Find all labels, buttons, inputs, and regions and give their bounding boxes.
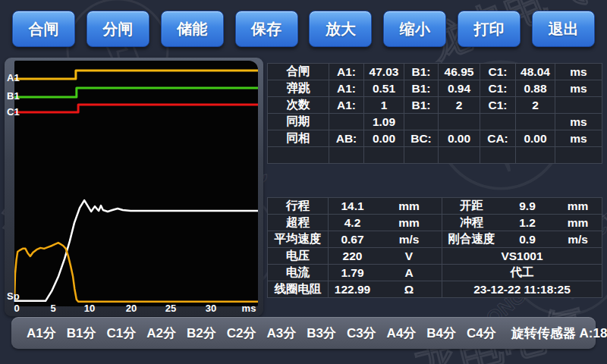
x-tick-label: 5 xyxy=(50,303,55,314)
signal-label-sp: Sp xyxy=(7,290,20,302)
timing-cell: B1: xyxy=(404,97,439,114)
timing-cell: 0.00 xyxy=(516,130,555,147)
measure-cell: Ω xyxy=(376,281,442,298)
measure-cell: 超程 xyxy=(268,215,329,231)
timing-cell xyxy=(439,147,480,164)
timing-cell: A1: xyxy=(329,80,364,97)
timing-cell: C1: xyxy=(480,80,516,97)
timing-cell: A1: xyxy=(329,64,364,80)
timing-cell xyxy=(555,97,602,114)
waveform-svg xyxy=(14,61,258,306)
waveform-plot[interactable] xyxy=(14,61,258,306)
timing-cell: B1: xyxy=(404,80,439,97)
exit-button[interactable]: 退出 xyxy=(532,11,595,47)
timing-cell: C1: xyxy=(480,64,516,80)
phase-open-button-B2[interactable]: B2分 xyxy=(187,325,216,342)
timing-cell xyxy=(555,147,602,164)
signal-label-b1: B1 xyxy=(7,90,20,102)
timing-cell xyxy=(480,147,516,164)
phase-open-button-C4[interactable]: C4分 xyxy=(467,325,496,342)
measure-cell: mm xyxy=(376,215,442,231)
timing-cell xyxy=(404,114,439,130)
phase-open-button-C2[interactable]: C2分 xyxy=(227,325,256,342)
close-button[interactable]: 合闸 xyxy=(12,11,75,47)
measure-cell: m/s xyxy=(376,231,442,248)
phase-buttons: A1分B1分C1分A2分B2分C2分A3分B3分C3分A4分B4分C4分 xyxy=(27,325,496,342)
x-tick-label: 20 xyxy=(126,303,137,314)
timing-cell: 同期 xyxy=(268,114,329,130)
signal-label-a1: A1 xyxy=(7,72,20,83)
x-tick-label: 0 xyxy=(14,303,19,314)
rotation-sensor-readout: 旋转传感器 A:188.4 xyxy=(511,325,607,342)
timing-cell: 48.04 xyxy=(516,64,555,80)
phase-open-button-C1[interactable]: C1分 xyxy=(106,325,136,342)
measure-cell: mm xyxy=(376,198,442,215)
timing-cell: C1: xyxy=(480,97,516,114)
save-button[interactable]: 保存 xyxy=(235,11,298,47)
timing-cell xyxy=(516,147,555,164)
timing-cell: A1: xyxy=(329,97,364,114)
timing-cell xyxy=(329,114,364,130)
phase-open-button-A3[interactable]: A3分 xyxy=(266,325,296,342)
contact-b1-line xyxy=(14,88,258,97)
x-tick-label: 30 xyxy=(206,303,216,314)
measure-cell: mm xyxy=(554,215,602,231)
timing-cell: 0.00 xyxy=(364,130,404,147)
phase-open-button-A1[interactable]: A1分 xyxy=(27,325,56,342)
energy-store-button[interactable]: 储能 xyxy=(161,11,224,47)
timing-cell: 0.88 xyxy=(516,80,555,97)
measure-cell: 1.2 xyxy=(501,215,554,231)
timing-cell: 1 xyxy=(364,97,404,114)
timing-cell: B1: xyxy=(404,64,439,80)
measure-cell: 4.2 xyxy=(329,215,376,231)
timing-cell: ms xyxy=(555,130,602,147)
measure-cell: 220 xyxy=(329,248,376,265)
phase-open-button-B4[interactable]: B4分 xyxy=(426,325,456,342)
timing-cell: 同相 xyxy=(268,130,329,147)
timing-cell: 1.09 xyxy=(364,114,404,130)
measure-cell: A xyxy=(376,265,442,281)
measure-span-cell: 23-12-22 11:18:25 xyxy=(442,281,602,298)
timing-cell: 2 xyxy=(516,97,555,114)
measure-cell: mm xyxy=(554,198,602,215)
timing-cell xyxy=(516,114,555,130)
timing-cell: 合闸 xyxy=(268,64,329,80)
timing-cell: 0.00 xyxy=(439,130,480,147)
timing-cell xyxy=(480,114,516,130)
timing-cell xyxy=(268,147,329,164)
measure-cell: 刚合速度 xyxy=(442,231,501,248)
phase-open-button-C3[interactable]: C3分 xyxy=(347,325,376,342)
zoom-in-button[interactable]: 放大 xyxy=(309,11,372,47)
timing-cell: 0.94 xyxy=(439,80,480,97)
print-button[interactable]: 打印 xyxy=(458,11,521,47)
bottom-bar: A1分B1分C1分A2分B2分C2分A3分B3分C3分A4分B4分C4分 旋转传… xyxy=(11,317,596,349)
measure-cell: 电流 xyxy=(268,265,329,281)
phase-open-button-B1[interactable]: B1分 xyxy=(67,325,96,342)
timing-cell: CA: xyxy=(480,130,516,147)
timing-cell: ms xyxy=(555,114,602,130)
phase-open-button-B3[interactable]: B3分 xyxy=(307,325,336,342)
zoom-out-button[interactable]: 缩小 xyxy=(383,11,446,47)
contact-a1-line xyxy=(14,71,258,79)
measure-cell: 平均速度 xyxy=(268,231,329,248)
measure-cell: 122.99 xyxy=(329,281,376,298)
timing-cell: ms xyxy=(555,80,602,97)
phase-open-button-A4[interactable]: A4分 xyxy=(387,325,417,342)
measure-cell: V xyxy=(376,248,442,265)
timing-cell: BC: xyxy=(404,130,439,147)
travel-curve-line xyxy=(14,200,258,301)
measure-cell: 0.67 xyxy=(329,231,376,248)
measure-cell: 电压 xyxy=(268,248,329,265)
measure-cell: 线圈电阻 xyxy=(268,281,329,298)
x-tick-label: 10 xyxy=(84,303,95,314)
signal-label-c1: C1 xyxy=(7,106,20,118)
timing-cell: 0.51 xyxy=(364,80,404,97)
measure-span-cell: VS1001 xyxy=(442,248,602,265)
open-button[interactable]: 分闸 xyxy=(86,11,149,47)
phase-open-button-A2[interactable]: A2分 xyxy=(146,325,176,342)
measure-cell: 0.9 xyxy=(501,231,554,248)
timing-cell: ms xyxy=(555,64,602,80)
measure-cell: 14.1 xyxy=(329,198,376,215)
timing-cell xyxy=(404,147,439,164)
contact-c1-line xyxy=(14,105,258,112)
